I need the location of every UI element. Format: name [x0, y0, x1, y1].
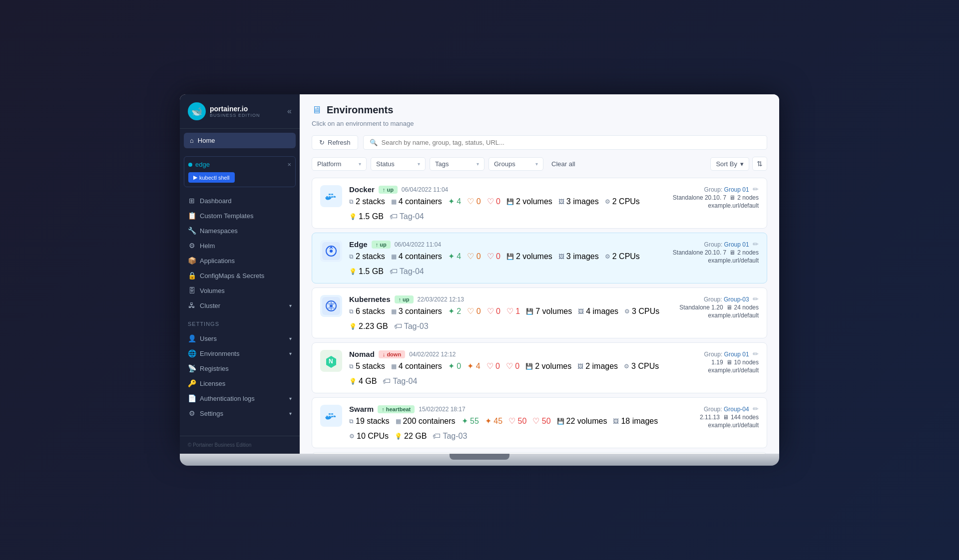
search-box[interactable]: 🔍 [363, 135, 767, 150]
kubernetes-title-row: Kubernetes ↑ up 22/03/2022 12:13 [349, 295, 662, 303]
edge-env-right: Group: Group 01 ✏ Standalone 20.10. 7 🖥2… [669, 240, 759, 264]
groups-filter[interactable]: Groups ▾ [488, 157, 543, 171]
edge-stat2: ♡ 0 [467, 252, 480, 261]
k8s-stacks: ⧉6 stacks [349, 307, 385, 316]
tags-filter[interactable]: Tags ▾ [430, 157, 484, 171]
environment-card-swarm[interactable]: Swarm ↑ heartbeat 15/02/2022 18:17 ⧉19 s… [312, 397, 767, 448]
templates-icon: 📋 [188, 212, 196, 220]
sidebar-item-licenses[interactable]: 🔑 Licenses [180, 376, 300, 391]
environment-card-nomad[interactable]: N Nomad ↓ down 04/02/2022 12:12 ⧉5 stack… [312, 342, 767, 393]
sidebar-item-label: Registries [200, 365, 229, 372]
sidebar-item-label: Dashboard [200, 197, 232, 205]
sidebar-item-label: Cluster [200, 302, 220, 309]
tag-icon: 🏷 [390, 267, 398, 276]
auth-logs-chevron-icon: ▾ [289, 396, 292, 401]
environments-page-icon: 🖥 [312, 104, 322, 116]
kubernetes-status-badge: ↑ up [395, 295, 414, 303]
edge-close-button[interactable]: × [287, 161, 291, 168]
search-input[interactable] [382, 139, 761, 146]
docker-tag: 🏷Tag-04 [390, 212, 424, 221]
swarm-meta: ⧉19 stacks ▦200 containers ✦ 55 ✦ 45 ♡ 5… [349, 416, 662, 441]
docker-env-name: Docker [349, 185, 375, 194]
applications-icon: 📦 [188, 257, 196, 265]
environment-card-kubernetes[interactable]: Kubernetes ↑ up 22/03/2022 12:13 ⧉6 stac… [312, 287, 767, 338]
sidebar-nav: ⊞ Dashboard 📋 Custom Templates 🔧 Namespa… [180, 191, 300, 315]
users-chevron-icon: ▾ [289, 336, 292, 341]
volumes-icon: 🗄 [188, 286, 196, 294]
sort-order-button[interactable]: ⇅ [752, 157, 767, 171]
platform-filter[interactable]: Platform ▾ [312, 157, 367, 171]
swarm-group-label: Group: Group-04 ✏ [704, 405, 759, 413]
sidebar-item-helm[interactable]: ⚙ Helm [180, 238, 300, 253]
edge-stat3: ♡ 0 [487, 252, 500, 261]
sort-by-button[interactable]: Sort By ▾ [710, 157, 749, 171]
sidebar-item-label: Users [200, 335, 217, 342]
edge-nodes: 🖥2 nodes [729, 249, 759, 256]
sidebar-item-registries[interactable]: 📡 Registries [180, 361, 300, 376]
k8s-url: example.url/default [708, 312, 759, 319]
sidebar-item-users[interactable]: 👤 Users ▾ [180, 331, 300, 346]
environment-card-edge[interactable]: Edge ↑ up 06/04/2022 11:04 ⧉2 stacks ▦4 … [312, 233, 767, 283]
nomad-title-row: Nomad ↓ down 04/02/2022 12:12 [349, 350, 662, 358]
status-filter[interactable]: Status ▾ [371, 157, 426, 171]
edge-containers: ▦4 containers [391, 252, 442, 261]
edge-title-row: Edge ↑ up 06/04/2022 11:04 [349, 240, 662, 249]
sidebar-item-configmaps[interactable]: 🔒 ConfigMaps & Secrets [180, 268, 300, 283]
environment-card-docker[interactable]: Docker ↑ up 06/04/2022 11:04 ⧉2 stacks ▦… [312, 178, 767, 229]
edge-edit-icon[interactable]: ✏ [753, 240, 759, 248]
k8s-nodes: 🖥24 nodes [726, 304, 759, 311]
edge-timestamp: 06/04/2022 11:04 [395, 241, 441, 248]
sidebar-item-volumes[interactable]: 🗄 Volumes [180, 283, 300, 298]
home-label: Home [198, 137, 215, 144]
sidebar-collapse-button[interactable]: « [287, 107, 292, 116]
kubectl-shell-button[interactable]: ▶ kubectl shell [188, 172, 235, 183]
edge-env-name: Edge [349, 240, 368, 249]
dashboard-icon: ⊞ [188, 197, 196, 205]
swarm-stat3: ♡ 50 [508, 416, 526, 426]
platform-filter-label: Platform [317, 160, 341, 168]
docker-stat2: ♡ 0 [467, 197, 480, 206]
docker-edit-icon[interactable]: ✏ [753, 185, 759, 193]
k8s-stat4: ♡ 1 [506, 306, 520, 316]
sidebar-item-settings[interactable]: ⚙ Settings ▾ [180, 406, 300, 421]
docker-env-body: Docker ↑ up 06/04/2022 11:04 ⧉2 stacks ▦… [349, 185, 662, 221]
nomad-images: 🖼2 images [577, 362, 618, 371]
sidebar-item-namespaces[interactable]: 🔧 Namespaces [180, 223, 300, 238]
swarm-title-row: Swarm ↑ heartbeat 15/02/2022 18:17 [349, 405, 662, 413]
edge-meta: ⧉2 stacks ▦4 containers ✦ 4 ♡ 0 ♡ 0 💾2 v… [349, 252, 662, 276]
sidebar-item-label: ConfigMaps & Secrets [200, 272, 264, 280]
sidebar-item-label: Licenses [200, 380, 225, 387]
helm-icon: ⚙ [188, 242, 196, 250]
sidebar-item-auth-logs[interactable]: 📄 Authentication logs ▾ [180, 391, 300, 406]
nomad-edit-icon[interactable]: ✏ [753, 350, 759, 358]
docker-timestamp: 06/04/2022 11:04 [402, 186, 448, 193]
sidebar-item-home[interactable]: ⌂ Home [184, 133, 296, 148]
logo-title: portainer.io [210, 105, 260, 113]
sidebar-item-custom-templates[interactable]: 📋 Custom Templates [180, 208, 300, 223]
edge-header: edge × [188, 161, 291, 168]
docker-volumes: 💾2 volumes [506, 197, 552, 206]
edge-label: edge [195, 161, 210, 168]
k8s-tag: 🏷Tag-03 [394, 322, 429, 331]
tag-icon: 🏷 [390, 212, 398, 221]
swarm-containers: ▦200 containers [396, 417, 456, 426]
users-icon: 👤 [188, 334, 196, 342]
sidebar-item-cluster[interactable]: 🖧 Cluster ▾ [180, 298, 300, 313]
swarm-edit-icon[interactable]: ✏ [753, 405, 759, 413]
edge-ram: 💡1.5 GB [349, 267, 384, 276]
sidebar-item-environments[interactable]: 🌐 Environments ▾ [180, 346, 300, 361]
svg-point-3 [330, 250, 333, 253]
sidebar-item-applications[interactable]: 📦 Applications [180, 253, 300, 268]
sidebar-item-dashboard[interactable]: ⊞ Dashboard [180, 193, 300, 208]
clear-all-button[interactable]: Clear all [547, 158, 579, 170]
edge-cpus: ⚙2 CPUs [605, 252, 640, 261]
cluster-icon: 🖧 [188, 301, 196, 309]
refresh-button[interactable]: ↻ Refresh [312, 135, 358, 150]
docker-ram: 💡1.5 GB [349, 212, 384, 221]
portainer-logo-icon: 🐋 [188, 102, 206, 120]
status-filter-label: Status [376, 160, 395, 168]
nomad-stacks: ⧉5 stacks [349, 362, 385, 371]
k8s-edit-icon[interactable]: ✏ [753, 295, 759, 303]
groups-filter-label: Groups [494, 160, 515, 168]
swarm-stat1: ✦ 55 [462, 416, 479, 426]
